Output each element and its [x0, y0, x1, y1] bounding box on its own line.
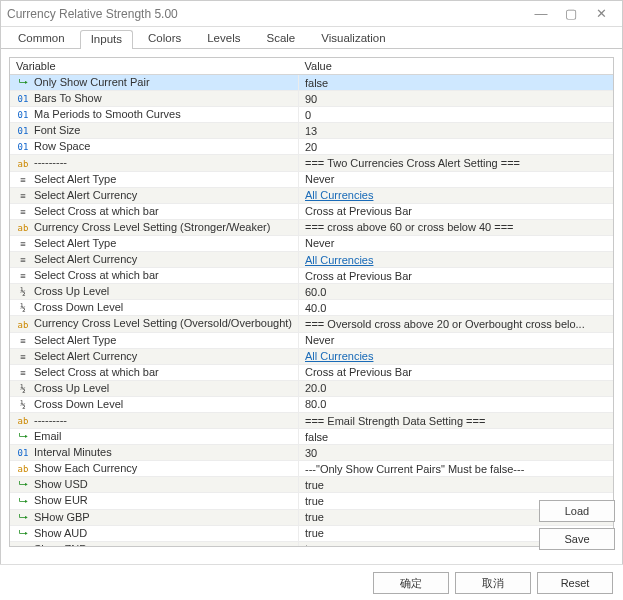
input-variable-cell[interactable]: ≡Select Alert Type: [10, 332, 299, 348]
input-variable-cell[interactable]: ⮡SHow GBP: [10, 509, 299, 525]
minimize-icon[interactable]: —: [526, 6, 556, 21]
input-variable-cell[interactable]: ab---------: [10, 155, 299, 171]
input-variable-cell[interactable]: ≡Select Alert Type: [10, 171, 299, 187]
input-value-cell[interactable]: 80.0: [299, 396, 614, 412]
input-value-cell[interactable]: Cross at Previous Bar: [299, 268, 614, 284]
input-value-cell[interactable]: === Two Currencies Cross Alert Setting =…: [299, 155, 614, 171]
input-value-link[interactable]: All Currencies: [305, 254, 373, 266]
load-button[interactable]: Load: [539, 500, 615, 522]
input-variable-cell[interactable]: ⮡Show USD: [10, 477, 299, 493]
input-row[interactable]: ≡Select Alert CurrencyAll Currencies: [10, 187, 613, 203]
save-button[interactable]: Save: [539, 528, 615, 550]
input-row[interactable]: ab---------=== Two Currencies Cross Aler…: [10, 155, 613, 171]
input-row[interactable]: ≡Select Alert CurrencyAll Currencies: [10, 252, 613, 268]
input-row[interactable]: 01Bars To Show90: [10, 91, 613, 107]
grid-header-variable[interactable]: Variable: [10, 58, 299, 75]
input-value-cell[interactable]: 40.0: [299, 300, 614, 316]
input-variable-cell[interactable]: ≡Select Cross at which bar: [10, 203, 299, 219]
input-row[interactable]: ½Cross Up Level20.0: [10, 380, 613, 396]
input-value-cell[interactable]: 20: [299, 139, 614, 155]
input-row[interactable]: ⮡Show EURtrue: [10, 493, 613, 509]
input-row[interactable]: ⮡Show USDtrue: [10, 477, 613, 493]
input-value-cell[interactable]: 30: [299, 445, 614, 461]
input-value-cell[interactable]: All Currencies: [299, 187, 614, 203]
ok-button[interactable]: 确定: [373, 572, 449, 594]
tab-common[interactable]: Common: [7, 29, 76, 48]
tab-inputs[interactable]: Inputs: [80, 30, 133, 49]
input-variable-cell[interactable]: ⮡Email: [10, 429, 299, 445]
input-value-cell[interactable]: false: [299, 429, 614, 445]
input-variable-cell[interactable]: ½Cross Up Level: [10, 284, 299, 300]
input-row[interactable]: 01Interval Minutes30: [10, 445, 613, 461]
input-row[interactable]: ⮡Emailfalse: [10, 429, 613, 445]
input-row[interactable]: abShow Each Currency---"Only Show Curren…: [10, 461, 613, 477]
input-value-cell[interactable]: Never: [299, 171, 614, 187]
input-variable-cell[interactable]: ≡Select Alert Currency: [10, 252, 299, 268]
input-row[interactable]: ⮡Show ZNDtrue: [10, 541, 613, 547]
input-row[interactable]: 01Font Size13: [10, 123, 613, 139]
input-variable-cell[interactable]: ⮡Only Show Current Pair: [10, 75, 299, 91]
input-row[interactable]: ab---------=== Email Strength Data Setti…: [10, 412, 613, 428]
input-row[interactable]: ≡Select Cross at which barCross at Previ…: [10, 268, 613, 284]
input-variable-cell[interactable]: ⮡Show ZND: [10, 541, 299, 547]
input-row[interactable]: ≡Select Alert TypeNever: [10, 171, 613, 187]
input-value-cell[interactable]: === cross above 60 or cross below 40 ===: [299, 219, 614, 235]
input-value-cell[interactable]: 13: [299, 123, 614, 139]
input-row[interactable]: 01Row Space20: [10, 139, 613, 155]
input-row[interactable]: ≡Select Alert TypeNever: [10, 332, 613, 348]
input-row[interactable]: ½Cross Up Level60.0: [10, 284, 613, 300]
input-variable-cell[interactable]: ½Cross Up Level: [10, 380, 299, 396]
input-row[interactable]: ½Cross Down Level80.0: [10, 396, 613, 412]
input-row[interactable]: ⮡Show AUDtrue: [10, 525, 613, 541]
input-variable-cell[interactable]: ½Cross Down Level: [10, 396, 299, 412]
input-variable-cell[interactable]: ≡Select Cross at which bar: [10, 364, 299, 380]
input-variable-cell[interactable]: ≡Select Cross at which bar: [10, 268, 299, 284]
input-value-cell[interactable]: ---"Only Show Current Pairs" Must be fal…: [299, 461, 614, 477]
reset-button[interactable]: Reset: [537, 572, 613, 594]
input-row[interactable]: ≡Select Alert TypeNever: [10, 235, 613, 251]
input-row[interactable]: abCurrency Cross Level Setting (Oversold…: [10, 316, 613, 332]
input-variable-cell[interactable]: 01Font Size: [10, 123, 299, 139]
input-row[interactable]: ½Cross Down Level40.0: [10, 300, 613, 316]
input-value-cell[interactable]: Never: [299, 332, 614, 348]
inputs-grid[interactable]: Variable Value ⮡Only Show Current Pairfa…: [9, 57, 614, 547]
input-row[interactable]: ⮡SHow GBPtrue: [10, 509, 613, 525]
input-value-cell[interactable]: All Currencies: [299, 252, 614, 268]
input-variable-cell[interactable]: ≡Select Alert Currency: [10, 187, 299, 203]
input-variable-cell[interactable]: ≡Select Alert Currency: [10, 348, 299, 364]
tab-levels[interactable]: Levels: [196, 29, 251, 48]
input-variable-cell[interactable]: 01Row Space: [10, 139, 299, 155]
input-variable-cell[interactable]: ab---------: [10, 412, 299, 428]
close-icon[interactable]: ✕: [586, 6, 616, 21]
input-row[interactable]: ⮡Only Show Current Pairfalse: [10, 75, 613, 91]
input-value-cell[interactable]: === Email Strength Data Setting ===: [299, 412, 614, 428]
input-value-cell[interactable]: Cross at Previous Bar: [299, 203, 614, 219]
input-row[interactable]: ≡Select Alert CurrencyAll Currencies: [10, 348, 613, 364]
input-value-cell[interactable]: All Currencies: [299, 348, 614, 364]
input-variable-cell[interactable]: ⮡Show AUD: [10, 525, 299, 541]
input-value-cell[interactable]: 0: [299, 107, 614, 123]
input-row[interactable]: 01Ma Periods to Smooth Curves0: [10, 107, 613, 123]
input-variable-cell[interactable]: ⮡Show EUR: [10, 493, 299, 509]
input-variable-cell[interactable]: abCurrency Cross Level Setting (Stronger…: [10, 219, 299, 235]
input-variable-cell[interactable]: abShow Each Currency: [10, 461, 299, 477]
input-value-cell[interactable]: false: [299, 75, 614, 91]
input-value-cell[interactable]: 90: [299, 91, 614, 107]
grid-header-value[interactable]: Value: [299, 58, 614, 75]
input-value-link[interactable]: All Currencies: [305, 189, 373, 201]
input-variable-cell[interactable]: 01Interval Minutes: [10, 445, 299, 461]
input-value-cell[interactable]: 20.0: [299, 380, 614, 396]
cancel-button[interactable]: 取消: [455, 572, 531, 594]
tab-scale[interactable]: Scale: [255, 29, 306, 48]
maximize-icon[interactable]: ▢: [556, 6, 586, 21]
input-row[interactable]: ≡Select Cross at which barCross at Previ…: [10, 364, 613, 380]
input-variable-cell[interactable]: abCurrency Cross Level Setting (Oversold…: [10, 316, 299, 332]
tab-visualization[interactable]: Visualization: [310, 29, 396, 48]
input-value-cell[interactable]: === Oversold cross above 20 or Overbough…: [299, 316, 614, 332]
input-variable-cell[interactable]: ½Cross Down Level: [10, 300, 299, 316]
input-row[interactable]: ≡Select Cross at which barCross at Previ…: [10, 203, 613, 219]
input-value-cell[interactable]: Cross at Previous Bar: [299, 364, 614, 380]
input-variable-cell[interactable]: 01Bars To Show: [10, 91, 299, 107]
input-value-link[interactable]: All Currencies: [305, 350, 373, 362]
input-variable-cell[interactable]: 01Ma Periods to Smooth Curves: [10, 107, 299, 123]
